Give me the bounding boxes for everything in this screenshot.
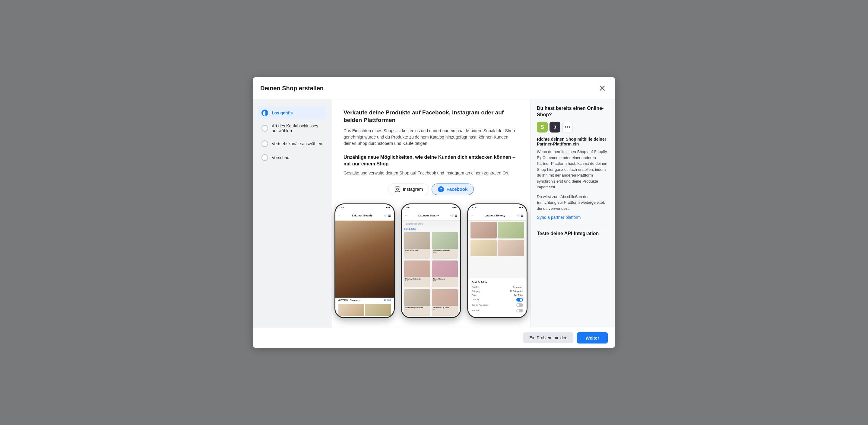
toggle-in-stock[interactable] bbox=[516, 309, 523, 312]
phone-screen-2: 2:04 ●●● ← LaLueur Beauty 🛒 ☰ Search Thi… bbox=[402, 204, 460, 317]
content-subtitle-desc: Gestalte und verwalte deinen Shop auf Fa… bbox=[343, 170, 519, 176]
phone2-product-card-2[interactable]: Hydrating Cleanser $20 bbox=[432, 232, 458, 259]
partner-section-text: Wenn du bereits einen Shop auf Shopify, … bbox=[537, 149, 609, 190]
sidebar-item-kaufabschluss[interactable]: Art des Kaufabschlusses auswählen bbox=[258, 120, 326, 136]
right-sidebar-title: Du hast bereits einen Online-Shop? bbox=[537, 105, 609, 118]
phone3-filter-label-3: Price bbox=[472, 294, 476, 296]
phone3-filter-row-1: Sort By Relevance bbox=[472, 286, 523, 288]
phone1-hero: 4 ITEMS The Beauty Edit Feel strong and … bbox=[335, 221, 394, 298]
phone2-product-img-2 bbox=[432, 232, 458, 249]
sidebar-item-vertriebskanale[interactable]: Vertriebskanäle auswählen bbox=[258, 137, 326, 150]
phone2-product-card-3[interactable]: Priming Moisturizer $10 bbox=[404, 260, 430, 287]
more-platforms-icon: ••• bbox=[562, 122, 573, 133]
modal: Deinen Shop erstellen Los geh bbox=[253, 77, 615, 347]
sidebar-item-los-gehts[interactable]: Los geht's bbox=[258, 107, 326, 119]
phone1-brand: LaLueur Beauty bbox=[352, 214, 372, 217]
phone2-product-info-1: Face Mask Set $15 bbox=[404, 249, 430, 254]
phone2-product-card-1[interactable]: Face Mask Set $15 bbox=[404, 232, 430, 259]
phone-mockup-2: 2:04 ●●● ← LaLueur Beauty 🛒 ☰ Search Thi… bbox=[401, 203, 461, 318]
phone-status-bar-2: 2:04 ●●● bbox=[402, 204, 460, 211]
phone3-bg-img-2 bbox=[498, 222, 524, 238]
phone1-skincare-label: Skincare bbox=[350, 299, 360, 302]
phone1-time: 2:04 bbox=[339, 206, 344, 209]
phone-status-bar-3: 2:04 ●●● bbox=[468, 204, 527, 211]
phone2-product-card-4[interactable]: Tinted Serum $18 bbox=[432, 260, 458, 287]
phone2-filter-bar[interactable]: Sort & Filter bbox=[402, 227, 460, 231]
phone2-product-img-4 bbox=[432, 260, 458, 277]
phone3-filter-label-1: Sort By bbox=[472, 286, 478, 288]
content-title: Verkaufe deine Produkte auf Facebook, In… bbox=[343, 109, 519, 124]
phone2-product-img-3 bbox=[404, 260, 430, 277]
step-circle-vorschau bbox=[261, 154, 268, 161]
bigcommerce-icon: 3 bbox=[550, 122, 560, 133]
phone2-product-info-4: Tinted Serum $18 bbox=[432, 277, 458, 283]
phone-screen-3: 2:04 ●●● ← LaLueur Beauty 🛒 ☰ bbox=[468, 204, 527, 317]
phone2-product-price-2: $20 bbox=[433, 251, 457, 253]
facebook-icon: f bbox=[438, 186, 444, 192]
close-button[interactable] bbox=[597, 83, 608, 93]
phone3-bg-grid bbox=[468, 221, 527, 257]
phone2-product-grid: Face Mask Set $15 Hydrating Cleanser $20 bbox=[402, 231, 460, 317]
phone2-search[interactable]: Search This Shop bbox=[404, 222, 458, 226]
phone2-product-price-1: $15 bbox=[405, 251, 429, 253]
sidebar-label-los-gehts: Los geht's bbox=[272, 111, 292, 115]
phone3-filter-row-2: Category All Categories bbox=[472, 290, 523, 292]
toggle-buy-on-facebook[interactable] bbox=[516, 303, 523, 307]
step-active-icon bbox=[261, 110, 268, 116]
modal-footer: Ein Problem melden Weiter bbox=[253, 328, 615, 348]
phone2-brand: LaLueur Beauty bbox=[418, 214, 439, 217]
phone3-bg-img-4 bbox=[498, 240, 524, 256]
svg-point-2 bbox=[396, 188, 398, 190]
phone2-search-placeholder: Search This Shop bbox=[406, 223, 423, 225]
phone2-product-info-2: Hydrating Cleanser $20 bbox=[432, 249, 458, 254]
phone1-skincare-grid bbox=[335, 303, 394, 317]
phone3-bg-img-3 bbox=[470, 240, 497, 256]
svg-point-3 bbox=[398, 188, 399, 188]
platform-tabs: Instagram f Facebook bbox=[343, 183, 519, 195]
sidebar-label-vertriebskanale: Vertriebskanäle auswählen bbox=[272, 141, 322, 146]
phone3-bg-img-1 bbox=[470, 222, 497, 238]
phone3-filter-row-4: On Sale bbox=[472, 298, 523, 302]
sync-partner-platform-link[interactable]: Sync a partner platform bbox=[537, 215, 609, 220]
modal-header: Deinen Shop erstellen bbox=[253, 77, 615, 99]
close-icon bbox=[599, 85, 605, 91]
phone3-filter-value-1: Relevance bbox=[513, 286, 523, 288]
toggle-on-sale[interactable] bbox=[516, 298, 523, 302]
phone1-see-all[interactable]: See All bbox=[384, 299, 391, 301]
phone2-product-img-5 bbox=[404, 289, 430, 306]
phone2-product-img-1 bbox=[404, 232, 430, 249]
phone3-filter-value-3: Any Price bbox=[514, 294, 523, 296]
shopify-icon: S bbox=[537, 122, 548, 133]
tab-facebook[interactable]: f Facebook bbox=[432, 183, 474, 195]
phone1-bottom-section: 4 ITEMS · Skincare See All bbox=[335, 298, 394, 303]
phone2-filter-label: Sort & Filter bbox=[404, 228, 416, 230]
phone-mockup-3: 2:04 ●●● ← LaLueur Beauty 🛒 ☰ bbox=[467, 203, 527, 318]
main-content: Verkaufe deine Produkte auf Facebook, In… bbox=[332, 99, 530, 328]
phone3-filter-row-5: Buy on Facebook bbox=[472, 303, 523, 307]
section-divider bbox=[537, 226, 609, 226]
phone3-filter-label-6: In Stock bbox=[472, 309, 479, 312]
sidebar-label-kaufabschluss: Art des Kaufabschlusses auswählen bbox=[272, 123, 323, 133]
phone3-filter-label-5: Buy on Facebook bbox=[472, 304, 488, 306]
content-subtitle: Unzählige neue Möglichkeiten, wie deine … bbox=[343, 154, 519, 168]
phone-status-bar-1: 2:04 ●●● bbox=[335, 204, 394, 211]
phone2-product-price-6: $8 bbox=[433, 309, 457, 310]
phone1-items: 4 ITEMS bbox=[338, 299, 348, 302]
report-problem-button[interactable]: Ein Problem melden bbox=[523, 332, 574, 343]
phone2-product-price-5: $22 bbox=[405, 309, 429, 310]
partner-icons: S 3 ••• bbox=[537, 122, 609, 133]
phone2-product-price-3: $10 bbox=[405, 280, 429, 282]
phone-mockup-1: 2:04 ●●● ← LaLueur Beauty 🛒 ☰ bbox=[335, 203, 395, 318]
phone3-brand: LaLueur Beauty bbox=[485, 214, 505, 217]
sidebar-item-vorschau[interactable]: Vorschau bbox=[258, 151, 326, 164]
phone2-product-card-5[interactable]: Stardust Eyeshadow $22 bbox=[404, 289, 430, 316]
phone-mockups: 2:04 ●●● ← LaLueur Beauty 🛒 ☰ bbox=[343, 203, 519, 318]
tab-instagram[interactable]: Instagram bbox=[388, 183, 430, 195]
next-button[interactable]: Weiter bbox=[577, 332, 608, 343]
sidebar-label-vorschau: Vorschau bbox=[272, 155, 289, 160]
phone2-product-card-6[interactable]: Luscious Lip Balm $8 bbox=[432, 289, 458, 316]
instagram-icon bbox=[395, 186, 401, 192]
partner-section-title: Richte deinen Shop mithilfe deiner Partn… bbox=[537, 137, 609, 146]
step-circle-kaufabschluss bbox=[261, 125, 268, 132]
phone2-product-img-6 bbox=[432, 289, 458, 306]
